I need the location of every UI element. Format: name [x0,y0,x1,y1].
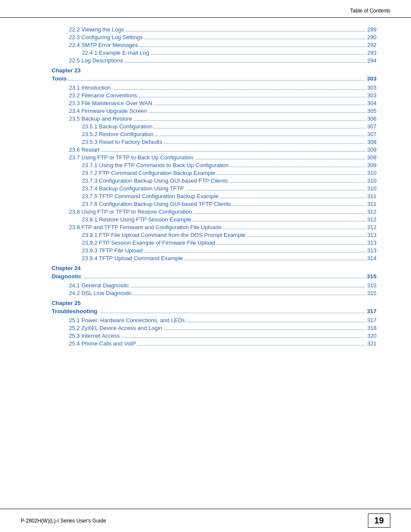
toc-link[interactable]: 23.9.1 FTP File Upload Command from the … [82,232,246,238]
toc-link[interactable]: 23.5.1 Backup Configuration [82,123,153,130]
toc-dots [164,143,365,144]
chapter-title-text[interactable]: Diagnostic [52,273,81,280]
toc-entry: 24.2 DSL Line Diagnostic315 [69,290,377,296]
toc-link[interactable]: 23.3 File Maintenance Over WAN [69,100,152,106]
toc-link[interactable]: 23.7.5 TFTP Command Configuration Backup… [82,193,218,199]
toc-page-number: 315 [367,282,377,289]
toc-entry: 23.5 Backup and Restore306 [69,115,377,122]
toc-dots [187,322,365,322]
toc-link[interactable]: 22.5 Log Descriptions [69,57,123,64]
toc-entry: 23.9 FTP and TFTP Firmware and Configura… [69,224,377,230]
toc-page-number: 314 [367,255,377,261]
toc-link[interactable]: 22.4 SMTP Error Messages [69,42,138,48]
toc-link[interactable]: 23.7 Using FTP or TFTP to Back Up Config… [69,154,193,161]
toc-link[interactable]: 25.3 Internet Access [69,333,120,339]
toc-dots [230,167,365,167]
toc-link[interactable]: 25.1 Power, Hardware Connections, and LE… [69,317,185,324]
toc-dots [144,252,365,252]
toc-entry: 23.8.1 Restore Using FTP Session Example… [82,216,377,223]
toc-link[interactable]: 23.2 Filename Conventions [69,92,137,99]
toc-page-number: 315 [367,290,377,296]
chapter-title-text[interactable]: Troubleshooting [52,308,97,314]
chapter-label: Chapter 24 [52,265,377,271]
toc-entry: 23.3 File Maintenance Over WAN304 [69,100,377,106]
toc-dots [193,213,365,214]
toc-entry: 23.1 Introduction303 [69,84,377,91]
toc-entry: 23.7.4 Backup Configuration Using TFTP31… [82,185,377,192]
chapter-title-text[interactable]: Tools [52,75,67,82]
toc-page-number: 306 [367,115,377,122]
toc-link[interactable]: 25.2 ZyXEL Device Access and Login [69,325,162,331]
toc-link[interactable]: 24.1 General Diagnostic [69,282,129,289]
toc-link[interactable]: 23.5.2 Restore Configuration [82,131,153,137]
toc-page-number: 308 [367,139,377,145]
chapter-title-row: Diagnostic315 [52,273,377,280]
toc-link[interactable]: 23.8.1 Restore Using FTP Session Example [82,216,191,223]
toc-dots [131,287,365,287]
toc-link[interactable]: 23.4 Firmware Upgrade Screen [69,108,147,114]
toc-page-number: 289 [367,26,377,33]
toc-page-number: 290 [367,34,377,40]
chapter-dots [99,313,365,313]
toc-link[interactable]: 23.7.1 Using the FTP Commands to Back Up… [82,162,229,168]
toc-page-number: 321 [367,340,377,347]
toc-entry: 25.3 Internet Access320 [69,333,377,339]
toc-entry: 23.9.3 TFTP File Upload313 [82,247,377,254]
toc-link[interactable]: 22.2 Viewing the Logs [69,26,124,33]
toc-link[interactable]: 23.9 FTP and TFTP Firmware and Configura… [69,224,221,230]
toc-entry: 23.7.1 Using the FTP Commands to Back Up… [82,162,377,168]
toc-link[interactable]: 23.9.3 TFTP File Upload [82,247,143,254]
toc-link[interactable]: 23.5 Backup and Restore [69,115,132,122]
toc-page-number: 317 [367,317,377,324]
toc-link[interactable]: 25.4 Phone Calls and VoIP [69,340,136,347]
toc-page-number: 320 [367,333,377,339]
toc-dots [125,62,366,62]
toc-entry: 23.5.2 Restore Configuration307 [82,131,377,137]
toc-link[interactable]: 23.7.2 FTP Command Configuration Backup … [82,170,215,176]
toc-page-number: 307 [367,123,377,130]
toc-dots [220,198,365,198]
toc-link[interactable]: 23.9.4 TFTP Upload Command Example [82,255,183,261]
toc-link[interactable]: 23.6 Restart [69,146,100,153]
toc-dots [217,174,366,175]
toc-page-number: 292 [367,42,377,48]
toc-dots [101,151,365,152]
toc-entry: 24.1 General Diagnostic315 [69,282,377,289]
toc-link[interactable]: 23.9.2 FTP Session Example of Firmware F… [82,240,215,246]
toc-dots [151,54,365,55]
toc-page-number: 313 [367,247,377,254]
toc-dots [154,128,365,128]
toc-entry: 23.5.1 Backup Configuration307 [82,123,377,130]
toc-page-number: 318 [367,325,377,331]
toc-link[interactable]: 22.4.1 Example E-mail Log [82,50,149,56]
page-container: Table of Contents 22.2 Viewing the Logs2… [0,0,411,532]
toc-page-number: 312 [367,224,377,230]
toc-page-number: 311 [367,201,377,207]
toc-page-number: 313 [367,240,377,246]
chapter-title-row: Tools303 [52,75,377,82]
toc-dots [155,136,365,136]
toc-link[interactable]: 23.1 Introduction [69,84,111,91]
toc-link[interactable]: 23.7.4 Backup Configuration Using TFTP [82,185,184,192]
toc-page-number: 310 [367,170,377,176]
toc-entry: 23.7.2 FTP Command Configuration Backup … [82,170,377,176]
toc-link[interactable]: 24.2 DSL Line Diagnostic [69,290,132,296]
header-title: Table of Contents [350,8,390,14]
toc-link[interactable]: 22.3 Configuring Log Settings [69,34,143,40]
toc-dots [195,159,365,159]
chapter-page-number: 315 [367,273,377,280]
toc-page-number: 312 [367,208,377,215]
toc-dots [121,337,366,338]
toc-dots [154,105,365,105]
toc-dots [112,89,365,90]
toc-entry: 23.6 Restart309 [69,146,377,153]
toc-dots [126,31,366,31]
toc-link[interactable]: 23.7.6 Configuration Backup Using GUI-ba… [82,201,231,207]
toc-page-number: 309 [367,154,377,161]
toc-link[interactable]: 23.8 Using FTP or TFTP to Restore Config… [69,208,192,215]
toc-link[interactable]: 23.5.3 Reset to Factory Defaults [82,139,162,145]
toc-dots [140,47,365,47]
toc-entry: 23.2 Filename Conventions303 [69,92,377,99]
toc-link[interactable]: 23.7.3 Configuration Backup Using GUI-ba… [82,177,228,184]
toc-entry: 23.9.1 FTP File Upload Command from the … [82,232,377,238]
